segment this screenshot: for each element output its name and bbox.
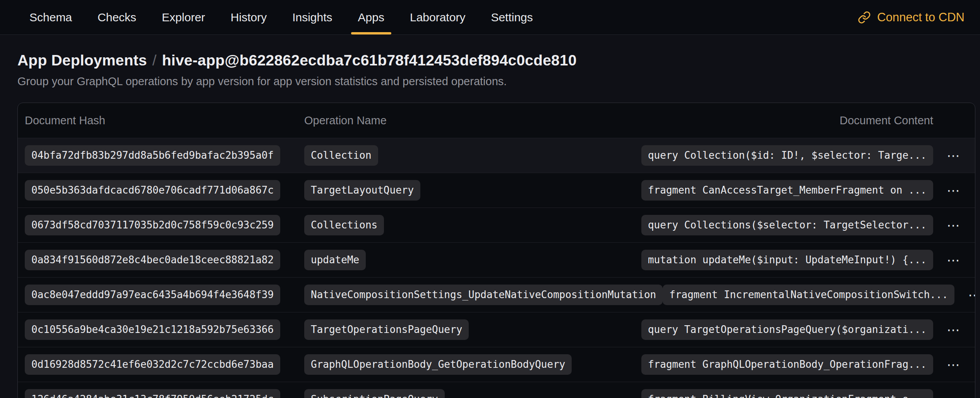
- nav-tab-schema[interactable]: Schema: [29, 0, 72, 34]
- document-hash-badge: 126d46a4284abe31c13c78f7959d56eeb21725dc: [25, 389, 280, 398]
- document-hash-cell: 0a834f91560d872e8c4bec0ade18ceec88821a82: [25, 250, 304, 270]
- table-header-row: Document Hash Operation Name Document Co…: [18, 103, 975, 138]
- operation-name-cell: Collection: [304, 145, 641, 166]
- breadcrumb-root: App Deployments: [17, 52, 147, 69]
- table-row[interactable]: 0d16928d8572c41ef6e032d2c7c72ccbd6e73baa…: [18, 347, 975, 382]
- table-row[interactable]: 0673df58cd7037117035b2d0c758f59c0c93c259…: [18, 208, 975, 242]
- document-hash-badge: 050e5b363dafdcacd6780e706cadf771d06a867c: [25, 180, 280, 201]
- document-hash-cell: 0d16928d8572c41ef6e032d2c7c72ccbd6e73baa: [25, 354, 304, 375]
- document-hash-cell: 050e5b363dafdcacd6780e706cadf771d06a867c: [25, 180, 304, 201]
- page-header: App Deployments/hive-app@b622862ecdba7c6…: [0, 35, 980, 88]
- table-row[interactable]: 0c10556a9be4ca30e19e21c1218a592b75e63366…: [18, 312, 975, 347]
- table-row[interactable]: 050e5b363dafdcacd6780e706cadf771d06a867c…: [18, 173, 975, 208]
- breadcrumb-current-app: hive-app@b622862ecdba7c61b78f412453def89…: [162, 52, 577, 69]
- operation-name-badge: TargetOperationsPageQuery: [304, 319, 469, 340]
- document-content-badge: query Collection($id: ID!, $selector: Ta…: [641, 145, 933, 166]
- table-body: 04bfa72dfb83b297dd8a5b6fed9bafac2b395a0f…: [18, 138, 975, 398]
- document-hash-cell: 0673df58cd7037117035b2d0c758f59c0c93c259: [25, 215, 304, 235]
- row-menu-button[interactable]: ⋯: [942, 388, 966, 398]
- operation-name-cell: SubscriptionPageQuery: [304, 389, 641, 398]
- table-row[interactable]: 04bfa72dfb83b297dd8a5b6fed9bafac2b395a0f…: [18, 138, 975, 173]
- operation-name-badge: Collections: [304, 215, 384, 235]
- nav-tab-apps[interactable]: Apps: [358, 0, 384, 34]
- table-row[interactable]: 126d46a4284abe31c13c78f7959d56eeb21725dc…: [18, 382, 975, 398]
- nav-tab-checks[interactable]: Checks: [98, 0, 136, 34]
- nav-tab-settings[interactable]: Settings: [491, 0, 533, 34]
- document-hash-cell: 0ac8e047eddd97a97eac6435a4b694f4e3648f39: [25, 285, 304, 305]
- document-content-badge: fragment GraphQLOperationBody_OperationF…: [641, 354, 933, 375]
- nav-spacer: [559, 0, 858, 34]
- operation-name-cell: Collections: [304, 215, 641, 235]
- row-menu-button[interactable]: ⋯: [942, 179, 966, 202]
- nav-tab-insights[interactable]: Insights: [292, 0, 332, 34]
- document-content-cell: mutation updateMe($input: UpdateMeInput!…: [641, 249, 966, 272]
- document-content-badge: query Collections($selector: TargetSelec…: [641, 215, 933, 235]
- row-menu-button[interactable]: ⋯: [964, 283, 975, 307]
- document-content-cell: query Collections($selector: TargetSelec…: [641, 214, 966, 237]
- operation-name-badge: updateMe: [304, 250, 366, 270]
- operation-name-cell: updateMe: [304, 250, 641, 270]
- document-content-cell: fragment IncrementalNativeCompositionSwi…: [663, 283, 975, 307]
- document-hash-cell: 0c10556a9be4ca30e19e21c1218a592b75e63366: [25, 319, 304, 340]
- operation-name-cell: GraphQLOperationBody_GetOperationBodyQue…: [304, 354, 641, 375]
- document-hash-badge: 04bfa72dfb83b297dd8a5b6fed9bafac2b395a0f: [25, 145, 280, 166]
- nav-tab-laboratory[interactable]: Laboratory: [410, 0, 465, 34]
- document-content-cell: query TargetOperationsPageQuery($organiz…: [641, 318, 966, 341]
- document-content-cell: fragment GraphQLOperationBody_OperationF…: [641, 353, 966, 376]
- top-navigation: Schema Checks Explorer History Insights …: [0, 0, 980, 35]
- operation-name-badge: Collection: [304, 145, 378, 166]
- nav-tab-history[interactable]: History: [231, 0, 267, 34]
- table-row[interactable]: 0a834f91560d872e8c4bec0ade18ceec88821a82…: [18, 242, 975, 277]
- document-content-badge: fragment CanAccessTarget_MemberFragment …: [641, 180, 933, 201]
- operation-name-cell: NativeCompositionSettings_UpdateNativeCo…: [304, 285, 663, 305]
- document-content-badge: fragment BillingView_OrganizationFragmen…: [641, 389, 933, 398]
- operation-name-badge: TargetLayoutQuery: [304, 180, 420, 201]
- row-menu-button[interactable]: ⋯: [942, 353, 966, 376]
- document-content-badge: query TargetOperationsPageQuery($organiz…: [641, 319, 933, 340]
- connect-to-cdn-label: Connect to CDN: [877, 10, 965, 24]
- breadcrumb-separator: /: [152, 52, 157, 69]
- operation-name-cell: TargetOperationsPageQuery: [304, 319, 641, 340]
- document-content-cell: query Collection($id: ID!, $selector: Ta…: [641, 144, 966, 167]
- app-deployments-table: Document Hash Operation Name Document Co…: [17, 103, 975, 398]
- row-menu-button[interactable]: ⋯: [942, 249, 966, 272]
- operation-name-badge: NativeCompositionSettings_UpdateNativeCo…: [304, 285, 663, 305]
- document-hash-cell: 126d46a4284abe31c13c78f7959d56eeb21725dc: [25, 389, 304, 398]
- column-header-document-hash: Document Hash: [25, 114, 304, 127]
- operation-name-cell: TargetLayoutQuery: [304, 180, 641, 201]
- document-hash-badge: 0ac8e047eddd97a97eac6435a4b694f4e3648f39: [25, 285, 280, 305]
- document-content-badge: mutation updateMe($input: UpdateMeInput!…: [641, 250, 933, 270]
- link-icon: [858, 11, 871, 24]
- document-hash-badge: 0673df58cd7037117035b2d0c758f59c0c93c259: [25, 215, 280, 235]
- row-menu-button[interactable]: ⋯: [942, 144, 966, 167]
- page-subtitle: Group your GraphQL operations by app ver…: [17, 75, 963, 88]
- document-hash-badge: 0a834f91560d872e8c4bec0ade18ceec88821a82: [25, 250, 280, 270]
- document-content-cell: fragment CanAccessTarget_MemberFragment …: [641, 179, 966, 202]
- row-menu-button[interactable]: ⋯: [942, 214, 966, 237]
- row-menu-button[interactable]: ⋯: [942, 318, 966, 341]
- operation-name-badge: GraphQLOperationBody_GetOperationBodyQue…: [304, 354, 572, 375]
- column-header-operation-name: Operation Name: [304, 114, 840, 127]
- nav-tabs: Schema Checks Explorer History Insights …: [29, 0, 559, 34]
- column-header-document-content: Document Content: [840, 114, 933, 127]
- operation-name-badge: SubscriptionPageQuery: [304, 389, 445, 398]
- document-content-cell: fragment BillingView_OrganizationFragmen…: [641, 388, 966, 398]
- document-hash-badge: 0c10556a9be4ca30e19e21c1218a592b75e63366: [25, 319, 280, 340]
- document-hash-cell: 04bfa72dfb83b297dd8a5b6fed9bafac2b395a0f: [25, 145, 304, 166]
- document-hash-badge: 0d16928d8572c41ef6e032d2c7c72ccbd6e73baa: [25, 354, 280, 375]
- document-content-badge: fragment IncrementalNativeCompositionSwi…: [663, 285, 954, 305]
- connect-to-cdn-button[interactable]: Connect to CDN: [858, 0, 965, 34]
- table-row[interactable]: 0ac8e047eddd97a97eac6435a4b694f4e3648f39…: [18, 277, 975, 312]
- nav-tab-explorer[interactable]: Explorer: [162, 0, 205, 34]
- breadcrumb: App Deployments/hive-app@b622862ecdba7c6…: [17, 52, 963, 69]
